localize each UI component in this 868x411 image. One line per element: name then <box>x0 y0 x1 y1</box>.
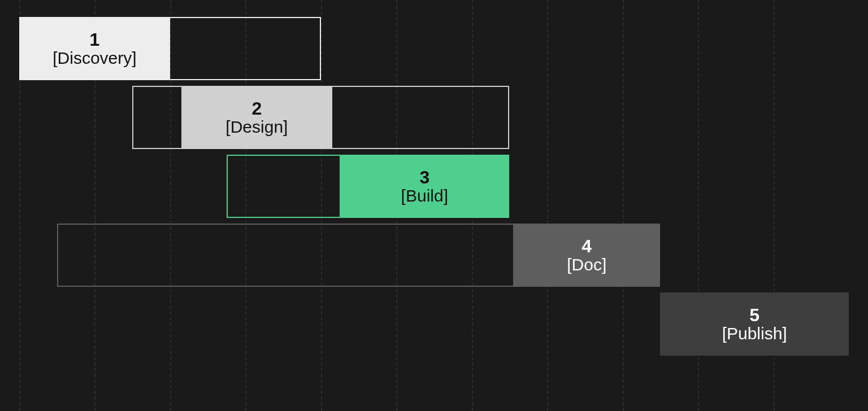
task-number: 1 <box>90 30 100 50</box>
task-bar-fill[interactable]: 4[Doc] <box>513 224 660 287</box>
task-bar-fill[interactable]: 1[Discovery] <box>19 17 170 80</box>
task-number: 4 <box>581 237 592 256</box>
gridline <box>623 0 624 411</box>
task-label: [Design] <box>225 117 288 136</box>
task-bar-fill[interactable]: 2[Design] <box>181 86 332 149</box>
task-label: [Discovery] <box>53 49 136 67</box>
task-number: 5 <box>749 305 760 325</box>
gridline <box>547 0 548 411</box>
task-number: 2 <box>251 99 262 119</box>
task-bar-fill[interactable]: 3[Build] <box>340 155 509 218</box>
gantt-chart: 1[Discovery]2[Design]3[Build]4[Doc]5[Pub… <box>0 0 868 411</box>
task-label: [Publish] <box>722 324 787 343</box>
task-number: 3 <box>419 168 429 187</box>
task-label: [Build] <box>401 186 448 205</box>
task-label: [Doc] <box>567 255 606 274</box>
task-bar-fill[interactable]: 5[Publish] <box>660 292 849 356</box>
